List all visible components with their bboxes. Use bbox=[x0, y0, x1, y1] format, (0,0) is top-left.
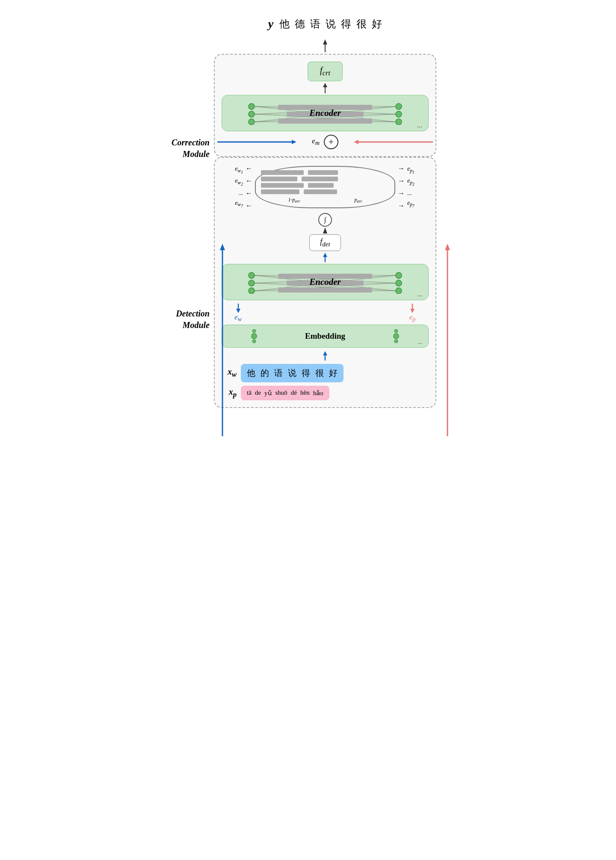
xp-input-box: tā de yǔ shuō dé hěn hǎo bbox=[241, 386, 329, 400]
svg-point-34 bbox=[396, 288, 402, 294]
f-crt-box: fcrt bbox=[308, 62, 343, 81]
xw-row: xw 他 的 语 说 得 很 好 bbox=[222, 364, 429, 382]
svg-point-32 bbox=[396, 272, 402, 278]
arrow-svg-top bbox=[321, 39, 329, 52]
sigmoid-row: ∫ bbox=[222, 213, 429, 227]
svg-point-5 bbox=[249, 111, 255, 117]
embedding-dots: ... bbox=[418, 338, 422, 346]
left-arrows: ← ← ← ← bbox=[246, 165, 252, 210]
em-label: em bbox=[312, 137, 320, 147]
ew-input-label: ew bbox=[234, 313, 242, 323]
blue-vertical-arrow bbox=[214, 222, 231, 445]
pink-vertical-arrow bbox=[439, 222, 456, 445]
svg-rect-21 bbox=[278, 118, 372, 124]
ep-input-label: ep bbox=[409, 313, 416, 323]
mini-arrow-svg bbox=[322, 228, 328, 233]
svg-point-55 bbox=[394, 329, 398, 333]
sigmoid-circle: ∫ bbox=[318, 213, 332, 227]
detection-middle: ew1 ew2 ... ew7 ← ← ← ← bbox=[222, 165, 429, 210]
svg-marker-50 bbox=[410, 309, 415, 313]
correction-module-label: Correction Module bbox=[158, 137, 210, 160]
svg-marker-3 bbox=[323, 83, 327, 87]
xp-row: xp tā de yǔ shuō dé hěn hǎo bbox=[222, 386, 429, 400]
output-chars: 他 德 语 说 得 很 好 bbox=[279, 17, 382, 31]
svg-point-29 bbox=[249, 272, 255, 278]
ew-ep-row: ew ep bbox=[222, 304, 429, 323]
svg-point-9 bbox=[396, 119, 402, 125]
pink-arrow-em bbox=[347, 134, 433, 150]
detection-encoder-box: Encoder ... bbox=[222, 264, 429, 300]
arrow-to-embedding bbox=[222, 351, 429, 361]
f-det-row: fdet bbox=[222, 234, 429, 251]
svg-marker-26 bbox=[323, 228, 327, 233]
svg-marker-1 bbox=[323, 39, 327, 44]
arrow-to-sigmoid bbox=[222, 228, 429, 233]
svg-point-56 bbox=[394, 340, 398, 343]
f-det-box: fdet bbox=[309, 234, 341, 251]
output-section: y 他 德 语 说 得 很 好 bbox=[214, 17, 436, 36]
svg-point-52 bbox=[252, 329, 256, 333]
blue-arrow-em bbox=[217, 134, 303, 150]
svg-marker-23 bbox=[292, 140, 296, 144]
diagram-container: Correction Module Detection Module y 他 德… bbox=[158, 17, 458, 408]
ep-labels: ep1 ep2 ... ep7 bbox=[407, 165, 429, 208]
svg-point-8 bbox=[396, 111, 402, 117]
svg-point-33 bbox=[396, 280, 402, 286]
svg-marker-25 bbox=[354, 140, 358, 144]
arrow-to-fdet bbox=[222, 253, 429, 262]
xw-input-box: 他 的 语 说 得 很 好 bbox=[241, 364, 344, 382]
svg-point-51 bbox=[252, 334, 257, 339]
svg-rect-46 bbox=[278, 287, 372, 293]
y-label: y bbox=[268, 17, 273, 31]
svg-marker-58 bbox=[323, 351, 327, 355]
perr-labels: 1-perr perr bbox=[261, 197, 389, 204]
input-section: xw 他 的 语 说 得 很 好 xp tā bbox=[222, 364, 429, 400]
svg-point-6 bbox=[249, 119, 255, 125]
detection-module-label: Detection Module bbox=[158, 308, 210, 331]
detection-encoder-label: Encoder bbox=[309, 277, 341, 287]
svg-point-53 bbox=[252, 340, 256, 343]
ew-labels: ew1 ew2 ... ew7 bbox=[222, 165, 243, 208]
f-crt-row: fcrt bbox=[222, 62, 429, 81]
gray-bars-container: 1-perr perr bbox=[255, 166, 395, 208]
correction-encoder-box: Encoder ... bbox=[222, 95, 429, 131]
plus-circle: + bbox=[324, 135, 338, 149]
svg-point-54 bbox=[394, 334, 399, 339]
main-diagram: y 他 德 语 说 得 很 好 bbox=[214, 17, 436, 408]
correction-encoder-label: Encoder bbox=[309, 108, 341, 118]
svg-point-31 bbox=[249, 288, 255, 294]
svg-point-4 bbox=[249, 103, 255, 109]
detection-encoder-dots: ... bbox=[417, 290, 422, 298]
svg-marker-48 bbox=[236, 309, 240, 313]
em-plus-row: em + bbox=[222, 135, 429, 149]
svg-point-30 bbox=[249, 280, 255, 286]
arrow-svg-fcrt bbox=[321, 83, 329, 93]
arrow-to-fcrt bbox=[222, 83, 429, 93]
arrow-fdet-svg bbox=[322, 253, 329, 262]
arrow-embedding-svg bbox=[322, 351, 329, 361]
svg-marker-60 bbox=[220, 244, 225, 250]
detection-module-box: ew1 ew2 ... ew7 ← ← ← ← bbox=[214, 157, 436, 408]
svg-point-7 bbox=[396, 103, 402, 109]
right-arrows: → → → → bbox=[398, 165, 405, 210]
correction-encoder-dots: ... bbox=[417, 121, 422, 129]
arrow-to-output bbox=[214, 39, 436, 52]
embedding-box: Embedding ... bbox=[222, 325, 429, 348]
svg-marker-62 bbox=[445, 244, 450, 250]
correction-module-box: fcrt bbox=[214, 54, 436, 157]
svg-marker-28 bbox=[323, 253, 327, 257]
embedding-label: Embedding bbox=[305, 331, 345, 341]
